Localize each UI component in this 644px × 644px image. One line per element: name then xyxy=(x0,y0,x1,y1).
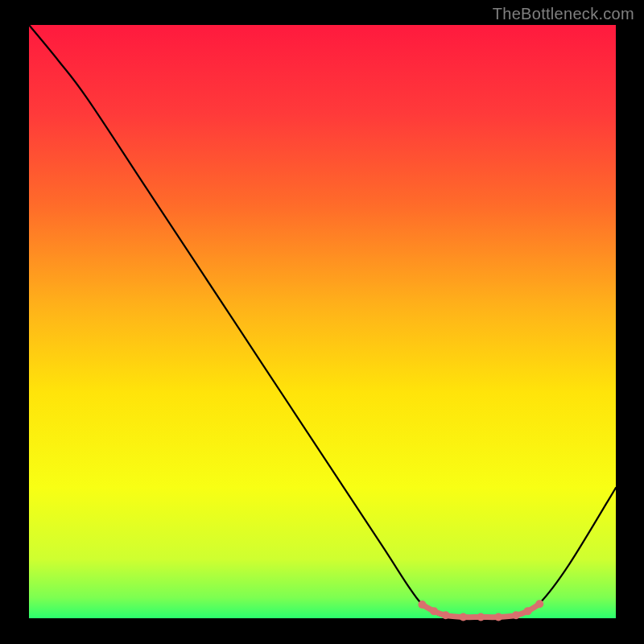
optimal-band-dot xyxy=(459,613,467,621)
chart-svg xyxy=(0,0,644,644)
optimal-band-dot xyxy=(442,611,450,619)
chart-container: TheBottleneck.com xyxy=(0,0,644,644)
optimal-band-dot xyxy=(418,601,426,609)
source-attribution: TheBottleneck.com xyxy=(493,5,634,23)
plot-background xyxy=(29,25,616,618)
optimal-band-dot xyxy=(430,607,438,615)
optimal-band-dot xyxy=(494,613,502,621)
optimal-band-dot xyxy=(524,607,532,615)
optimal-band-dot xyxy=(477,613,485,621)
optimal-band-dot xyxy=(512,611,520,619)
optimal-band-dot xyxy=(535,600,543,608)
